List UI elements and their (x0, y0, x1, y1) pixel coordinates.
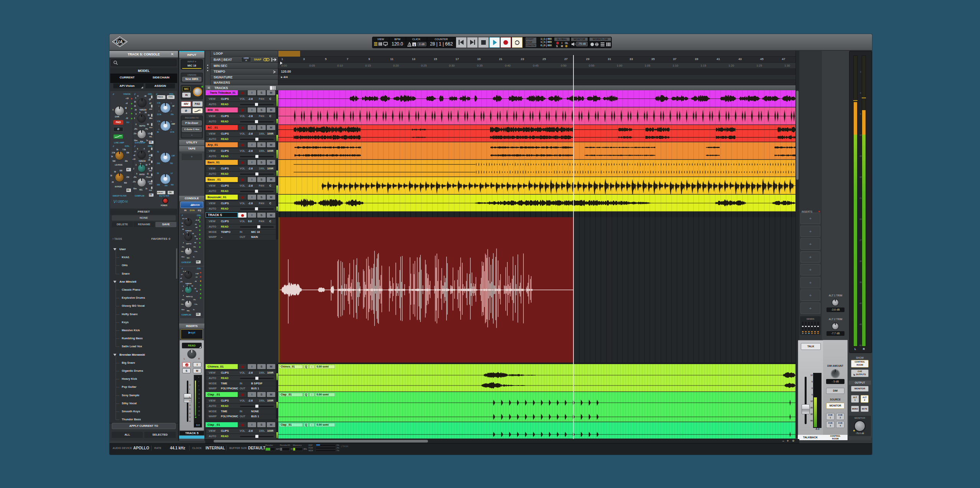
svg-text:1: 1 (413, 43, 415, 47)
svg-text:UA: UA (116, 39, 122, 45)
